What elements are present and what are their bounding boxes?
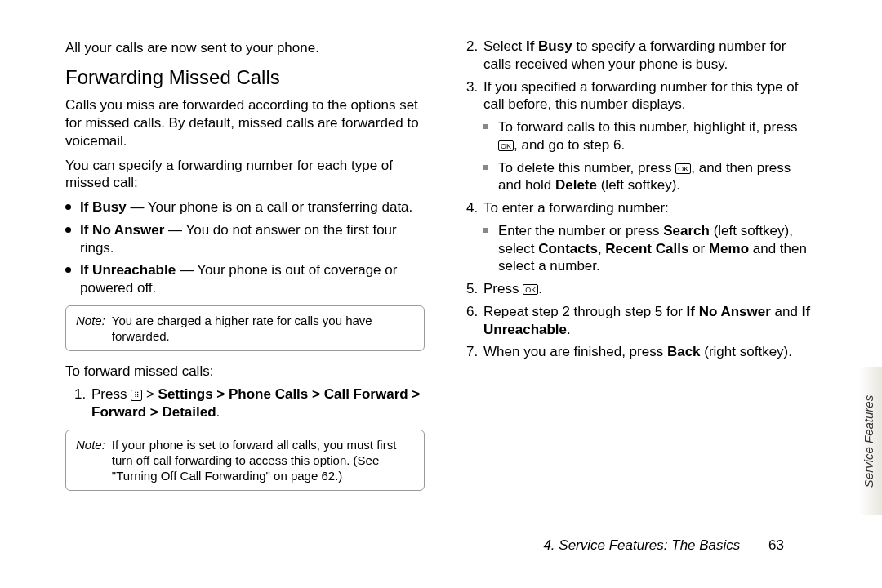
- term-if-busy: If Busy: [80, 199, 127, 215]
- two-column-layout: All your calls are now sent to your phon…: [65, 33, 817, 499]
- steps-list: Press ⠿ > Settings > Phone Calls > Call …: [65, 385, 425, 421]
- step-text: When you are finished, press: [483, 344, 667, 359]
- list-item: If No Answer — You do not answer on the …: [65, 221, 425, 257]
- step-2: Select If Busy to specify a forwarding n…: [482, 38, 817, 74]
- step-text: .: [567, 322, 571, 337]
- step-text: If you specified a forwarding number for…: [483, 79, 799, 113]
- step-6: Repeat step 2 through step 5 for If No A…: [482, 303, 817, 339]
- step-text: >: [142, 386, 158, 402]
- steps-list-continued: Select If Busy to specify a forwarding n…: [457, 38, 817, 361]
- note-label: Note:: [76, 437, 105, 484]
- note-label: Note:: [76, 313, 105, 344]
- step-1: Press ⠿ > Settings > Phone Calls > Call …: [90, 385, 425, 421]
- step-text: Press: [483, 281, 523, 296]
- step-text: Repeat step 2 through step 5 for: [483, 304, 687, 319]
- substep: To forward calls to this number, highlig…: [483, 118, 817, 154]
- substep-text: (left softkey).: [597, 177, 680, 193]
- step-text: .: [216, 404, 220, 420]
- substep: To delete this number, press OK, and the…: [483, 159, 817, 195]
- step-text: (right softkey).: [701, 344, 792, 359]
- substeps-list: Enter the number or press Search (left s…: [483, 222, 817, 275]
- chapter-title: 4. Service Features: The Basics: [543, 537, 740, 553]
- left-column: All your calls are now sent to your phon…: [65, 33, 425, 499]
- ok-key-icon: OK: [498, 140, 514, 151]
- option-recent-calls: Recent Calls: [605, 241, 688, 256]
- page-number: 63: [768, 537, 784, 553]
- note-box: Note: You are charged a higher rate for …: [65, 305, 425, 351]
- substep-text: To forward calls to this number, highlig…: [498, 119, 798, 135]
- substep-text: , and go to step 6.: [514, 137, 625, 153]
- term-if-no-answer: If No Answer: [80, 222, 164, 238]
- note-text: If your phone is set to forward all call…: [112, 437, 414, 484]
- manual-page: All your calls are now sent to your phon…: [0, 0, 882, 588]
- substep: Enter the number or press Search (left s…: [483, 222, 817, 275]
- option-if-busy: If Busy: [526, 38, 572, 54]
- note-text: You are charged a higher rate for calls …: [112, 313, 414, 344]
- section-heading: Forwarding Missed Calls: [65, 65, 425, 91]
- substep-text: or: [688, 241, 709, 256]
- delete-softkey: Delete: [555, 177, 597, 193]
- step-3: If you specified a forwarding number for…: [482, 78, 817, 195]
- thumb-tab-label: Service Features: [862, 394, 876, 487]
- option-memo: Memo: [709, 241, 749, 256]
- substep-text: Enter the number or press: [498, 223, 663, 238]
- menu-key-icon: ⠿: [131, 390, 142, 401]
- step-text: and: [771, 304, 802, 319]
- option-contacts: Contacts: [538, 241, 598, 256]
- list-item: If Unreachable — Your phone is out of co…: [65, 261, 425, 297]
- search-softkey: Search: [663, 223, 710, 238]
- step-7: When you are finished, press Back (right…: [482, 343, 817, 361]
- substep-text: ,: [598, 241, 605, 256]
- term-desc: — Your phone is on a call or transferrin…: [127, 199, 413, 215]
- thumb-tab: Service Features: [856, 368, 882, 514]
- substep-text: To delete this number, press: [498, 160, 675, 176]
- note-box: Note: If your phone is set to forward al…: [65, 430, 425, 492]
- back-softkey: Back: [667, 344, 701, 359]
- step-4: To enter a forwarding number: Enter the …: [482, 199, 817, 275]
- step-text: Press: [91, 386, 131, 402]
- right-column: Select If Busy to specify a forwarding n…: [457, 33, 817, 499]
- paragraph: Calls you miss are forwarded according t…: [65, 96, 425, 149]
- ok-key-icon: OK: [675, 163, 691, 174]
- step-text: To enter a forwarding number:: [483, 200, 669, 216]
- step-5: Press OK.: [482, 280, 817, 298]
- intro-line: All your calls are now sent to your phon…: [65, 39, 425, 57]
- paragraph: You can specify a forwarding number for …: [65, 157, 425, 193]
- option-if-no-answer: If No Answer: [687, 304, 771, 319]
- term-if-unreachable: If Unreachable: [80, 262, 176, 278]
- ok-key-icon: OK: [523, 284, 538, 295]
- missed-call-types-list: If Busy — Your phone is on a call or tra…: [65, 198, 425, 297]
- step-text: Select: [483, 38, 526, 54]
- procedure-heading: To forward missed calls:: [65, 363, 425, 381]
- step-text: .: [538, 281, 542, 296]
- list-item: If Busy — Your phone is on a call or tra…: [65, 198, 425, 216]
- substeps-list: To forward calls to this number, highlig…: [483, 118, 817, 194]
- page-footer: 4. Service Features: The Basics 63: [543, 537, 784, 554]
